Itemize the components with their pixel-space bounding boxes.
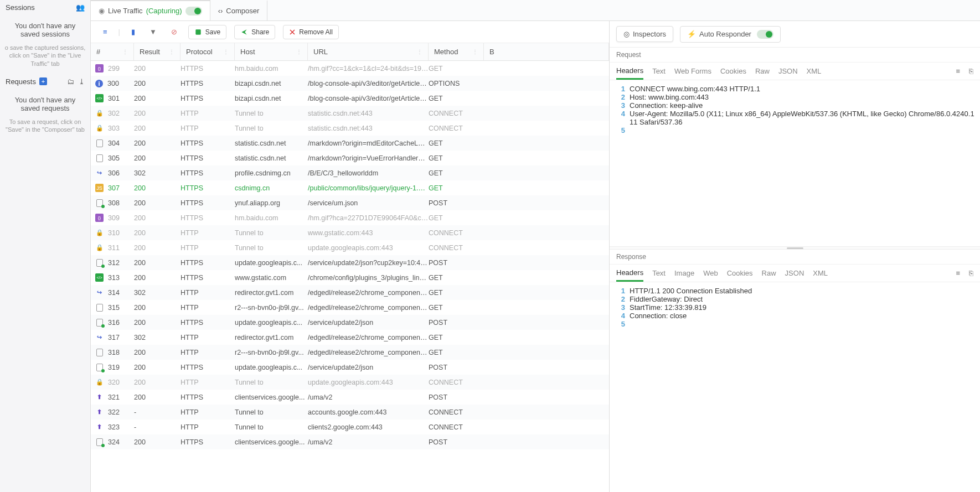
composer-icon: ‹›	[218, 7, 223, 15]
tab-live-traffic[interactable]: ◉ Live Traffic (Capturing)	[91, 0, 210, 20]
autoresponder-toggle[interactable]	[757, 30, 773, 39]
inspector-subtab[interactable]: Text	[652, 64, 666, 79]
inspector-subtab[interactable]: Image	[674, 266, 694, 281]
requests-label: Requests	[6, 77, 36, 86]
inspector-subtab[interactable]: Web Forms	[674, 64, 711, 79]
popout-icon[interactable]: ⎘	[969, 67, 973, 75]
inspector-subtab[interactable]: Headers	[616, 63, 643, 80]
sessions-header[interactable]: Sessions 👥	[0, 0, 90, 15]
toolbar: ≡ | ▮ ▼ ⊘ Save Share Remove Al	[91, 21, 609, 43]
col-index[interactable]: #⋮	[91, 43, 134, 60]
tab-inspectors[interactable]: ◎ Inspectors	[616, 26, 673, 42]
inspector-tabs: ◎ Inspectors ⚡ Auto Responder	[610, 21, 980, 48]
table-row[interactable]: ⬆321200HTTPSclientservices.google.../uma…	[91, 390, 609, 405]
inspector-subtab[interactable]: XML	[807, 64, 822, 79]
main: ◉ Live Traffic (Capturing) ‹› Composer ≡…	[91, 0, 980, 492]
clear-filter-icon[interactable]: ⊘	[168, 25, 180, 38]
tab-composer[interactable]: ‹› Composer	[210, 0, 268, 20]
inspector-subtab[interactable]: Text	[652, 266, 666, 281]
columns-header: #⋮ Result⋮ Protocol⋮ Host⋮ URL⋮ Method⋮ …	[91, 43, 609, 61]
popout-icon[interactable]: ⎘	[969, 269, 973, 277]
table-row[interactable]: 🔒303200HTTPTunnel tostatistic.csdn.net:4…	[91, 121, 609, 136]
col-url[interactable]: URL⋮	[308, 43, 429, 60]
sessions-label: Sessions	[6, 3, 35, 12]
requests-hint: To save a request, click on "Save" in th…	[0, 116, 90, 141]
table-row[interactable]: i300200HTTPSbizapi.csdn.net/blog-console…	[91, 76, 609, 91]
tab-composer-label: Composer	[226, 7, 259, 15]
main-tabs: ◉ Live Traffic (Capturing) ‹› Composer	[91, 0, 980, 21]
requests-empty: You don't have any saved requests	[0, 89, 90, 116]
add-request-icon[interactable]: +	[39, 77, 47, 85]
autoresponder-label: Auto Responder	[699, 30, 751, 38]
table-row[interactable]: 319200HTTPSupdate.googleapis.c.../servic…	[91, 360, 609, 375]
sidebar: Sessions 👥 You don't have any saved sess…	[0, 0, 91, 492]
tab-autoresponder[interactable]: ⚡ Auto Responder	[680, 26, 781, 43]
inspector-subtab[interactable]: Cookies	[727, 266, 753, 281]
inspector-panel: ◎ Inspectors ⚡ Auto Responder Request He…	[609, 21, 980, 492]
remove-label: Remove All	[299, 28, 333, 36]
requests-import-icon[interactable]: ⤓	[79, 77, 85, 86]
request-headers-view[interactable]: 1CONNECT www.bing.com:443 HTTP/1.12Host:…	[610, 80, 980, 246]
requests-folder-icon[interactable]: 🗂	[67, 77, 74, 86]
table-row[interactable]: 304200HTTPSstatistic.csdn.net/markdown?o…	[91, 136, 609, 151]
inspector-subtab[interactable]: JSON	[778, 64, 798, 79]
filter-icon[interactable]: ▼	[146, 25, 160, 38]
table-row[interactable]: 312200HTTPSupdate.googleapis.c.../servic…	[91, 255, 609, 270]
col-result[interactable]: Result⋮	[134, 43, 180, 60]
table-row[interactable]: {}299200HTTPShm.baidu.com/hm.gif?cc=1&ck…	[91, 61, 609, 76]
sessions-grid[interactable]: {}299200HTTPShm.baidu.com/hm.gif?cc=1&ck…	[91, 61, 609, 492]
sessions-users-icon[interactable]: 👥	[76, 3, 85, 12]
table-row[interactable]: ⬆323-HTTPTunnel toclients2.google.com:44…	[91, 420, 609, 434]
table-row[interactable]: {}309200HTTPShm.baidu.com/hm.gif?hca=227…	[91, 210, 609, 225]
col-method[interactable]: Method⋮	[429, 43, 484, 60]
table-row[interactable]: 308200HTTPSynuf.aliapp.org/service/um.js…	[91, 195, 609, 210]
inspect-icon: ◎	[623, 30, 630, 38]
inspector-subtab[interactable]: Headers	[616, 265, 643, 282]
inspector-subtab[interactable]: Raw	[755, 64, 770, 79]
response-headers-view[interactable]: 1HTTP/1.1 200 Connection Established2Fid…	[610, 282, 980, 492]
table-row[interactable]: ↪306302HTTPSprofile.csdnimg.cn/B/E/C/3_h…	[91, 165, 609, 180]
share-label: Share	[251, 28, 269, 36]
table-row[interactable]: </>301200HTTPSbizapi.csdn.net/blog-conso…	[91, 91, 609, 106]
requests-header[interactable]: Requests + 🗂 ⤓	[0, 74, 90, 89]
tab-live-label: Live Traffic	[108, 7, 143, 15]
table-row[interactable]: 316200HTTPSupdate.googleapis.c.../servic…	[91, 315, 609, 330]
toggle-icon[interactable]: ▮	[128, 25, 138, 38]
wrap-icon[interactable]: ≡	[956, 67, 960, 75]
table-row[interactable]: 🔒302200HTTPTunnel tostatistic.csdn.net:4…	[91, 106, 609, 121]
response-section-label: Response	[610, 250, 980, 265]
capturing-toggle[interactable]	[185, 7, 202, 15]
sessions-empty: You don't have any saved sessions	[0, 15, 90, 42]
table-row[interactable]: 318200HTTPr2---sn-bvn0o-jb9l.gv.../edged…	[91, 345, 609, 360]
inspector-subtab[interactable]: Cookies	[720, 64, 746, 79]
table-row[interactable]: </>313200HTTPSwww.gstatic.com/chrome/con…	[91, 270, 609, 285]
stream-icon[interactable]: ≡	[100, 25, 111, 38]
table-row[interactable]: 🔒311200HTTPTunnel toupdate.googleapis.co…	[91, 240, 609, 255]
col-extra[interactable]: B	[484, 43, 609, 60]
table-row[interactable]: 315200HTTPr2---sn-bvn0o-jb9l.gv.../edged…	[91, 300, 609, 315]
table-row[interactable]: JS307200HTTPScsdnimg.cn/public/common/li…	[91, 180, 609, 195]
inspector-subtab[interactable]: Raw	[762, 266, 776, 281]
response-tabs: HeadersTextImageWebCookiesRawJSONXML≡⎘	[610, 265, 980, 282]
table-row[interactable]: 🔒320200HTTPTunnel toupdate.googleapis.co…	[91, 375, 609, 390]
table-row[interactable]: ↪314302HTTPredirector.gvt1.com/edgedl/re…	[91, 285, 609, 300]
wrap-icon[interactable]: ≡	[956, 269, 960, 277]
remove-all-button[interactable]: Remove All	[283, 25, 339, 39]
svg-rect-0	[195, 29, 200, 34]
inspector-subtab[interactable]: XML	[813, 266, 828, 281]
inspector-subtab[interactable]: Web	[703, 266, 718, 281]
inspector-subtab[interactable]: JSON	[785, 266, 804, 281]
save-label: Save	[205, 28, 220, 36]
table-row[interactable]: ↪317302HTTPredirector.gvt1.com/edgedl/re…	[91, 330, 609, 345]
sessions-hint: o save the captured sessions, click on "…	[0, 42, 90, 74]
share-button[interactable]: Share	[234, 25, 275, 39]
col-protocol[interactable]: Protocol⋮	[180, 43, 235, 60]
col-host[interactable]: Host⋮	[235, 43, 308, 60]
table-row[interactable]: 305200HTTPSstatistic.csdn.net/markdown?o…	[91, 151, 609, 165]
save-button[interactable]: Save	[188, 25, 226, 39]
request-tabs: HeadersTextWeb FormsCookiesRawJSONXML≡⎘	[610, 63, 980, 80]
table-row[interactable]: 324200HTTPSclientservices.google.../uma/…	[91, 434, 609, 449]
bolt-icon: ⚡	[687, 30, 696, 38]
table-row[interactable]: 🔒310200HTTPTunnel towww.gstatic.com:443C…	[91, 225, 609, 240]
table-row[interactable]: ⬆322-HTTPTunnel toaccounts.google.com:44…	[91, 405, 609, 420]
